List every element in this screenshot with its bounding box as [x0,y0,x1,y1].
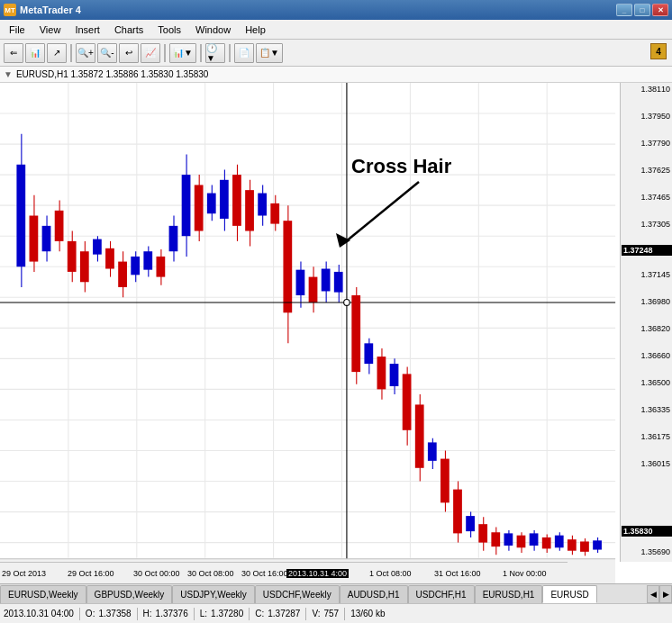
menu-tools[interactable]: Tools [150,23,188,37]
toolbar-btn-7[interactable]: 📄 [234,43,254,63]
svg-rect-61 [245,190,254,230]
tab-bar: EURUSD,Weekly GBPUSD,Weekly USDJPY,Weekl… [0,583,672,603]
tab-audusd-h1[interactable]: AUDUSD,H1 [340,585,408,603]
time-axis: 29 Oct 2013 29 Oct 16:00 30 Oct 00:00 30… [0,562,568,583]
chart-svg [0,83,672,583]
svg-rect-79 [351,295,360,372]
menu-insert[interactable]: Insert [68,23,107,37]
svg-point-118 [344,300,350,306]
tab-eurusd-active[interactable]: EURUSD [542,585,596,603]
chart-area[interactable]: 29 Oct 2013 29 Oct 16:00 30 Oct 00:00 30… [0,83,672,583]
maximize-button[interactable]: □ [634,4,650,16]
menu-window[interactable]: Window [188,23,238,37]
price-1: 1.38110 [640,85,670,94]
time-label-0: 29 Oct 2013 [2,569,46,578]
price-10: 1.36820 [640,324,670,333]
toolbar: ⇐ 📊 ↗ 🔍+ 🔍- ↩ 📈 📊▼ 🕐▼ 📄 📋▼ 4 [0,40,672,67]
price-13: 1.36335 [640,405,670,414]
svg-rect-49 [169,226,178,251]
svg-rect-113 [568,539,577,550]
price-6: 1.37305 [640,220,670,229]
svg-rect-33 [68,241,77,272]
svg-rect-67 [283,221,292,312]
tab-usdchf-weekly[interactable]: USDCHF,Weekly [255,585,340,603]
status-size: 13/60 kb [350,609,385,618]
status-low-value: 1.37280 [211,609,243,618]
toolbar-btn-8[interactable]: 📋▼ [256,43,283,63]
svg-rect-43 [131,257,140,275]
svg-rect-29 [42,226,51,251]
svg-rect-95 [453,490,462,534]
time-label-2: 30 Oct 00:00 [133,569,180,578]
tab-usdchf-h1[interactable]: USDCHF,H1 [408,585,475,603]
time-label-1: 29 Oct 16:00 [68,569,114,578]
tab-gbpusd-weekly[interactable]: GBPUSD,Weekly [86,585,173,603]
svg-rect-107 [530,533,539,546]
status-volume-label: V: [312,609,320,618]
time-label-3: 30 Oct 08:00 [187,569,234,578]
tab-eurusd-weekly[interactable]: EURUSD,Weekly [0,585,86,603]
tab-eurusd-h1[interactable]: EURUSD,H1 [475,585,543,603]
toolbar-btn-4[interactable]: ↩ [119,43,139,63]
toolbar-zoom-out[interactable]: 🔍- [97,43,117,63]
tab-scroll-left[interactable]: ◀ [647,585,659,603]
svg-rect-97 [466,516,475,531]
toolbar-btn-2[interactable]: 📊 [25,43,45,63]
status-open-value: 1.37358 [98,609,131,618]
chart-header-arrow: ▼ [4,69,13,79]
toolbar-btn-1[interactable]: ⇐ [4,43,23,63]
status-sep-2 [137,608,138,620]
close-button[interactable]: ✕ [652,4,668,16]
menu-view[interactable]: View [32,23,68,37]
svg-rect-83 [377,357,386,389]
price-14: 1.36175 [640,432,670,441]
toolbar-btn-6[interactable]: 📊▼ [169,43,196,63]
svg-rect-75 [334,272,343,293]
current-price: 1.35830 [622,526,672,537]
svg-rect-47 [156,257,165,277]
svg-rect-35 [80,251,89,282]
toolbar-sep-1 [70,44,72,62]
menu-bar: File View Insert Charts Tools Window Hel… [0,20,672,40]
status-volume-value: 757 [323,609,339,618]
svg-rect-89 [415,404,424,467]
status-sep-5 [305,608,306,620]
price-12: 1.36500 [640,378,670,387]
tab-usdjpy-weekly[interactable]: USDJPY,Weekly [172,585,255,603]
toolbar-btn-5[interactable]: 📈 [141,43,160,63]
price-9: 1.36980 [640,297,670,306]
price-5: 1.37465 [640,193,670,202]
title-bar: MT MetaTrader 4 _ □ ✕ [0,0,672,20]
title-bar-left: MT MetaTrader 4 [4,4,81,16]
toolbar-badge: 4 [650,43,667,59]
chart-header: ▼ EURUSD,H1 1.35872 1.35886 1.35830 1.35… [0,67,672,83]
svg-rect-25 [16,165,25,266]
status-sep-6 [344,608,345,620]
svg-rect-37 [93,239,102,255]
svg-rect-31 [55,211,64,241]
menu-file[interactable]: File [2,23,32,37]
menu-help[interactable]: Help [238,23,273,37]
svg-rect-69 [296,270,305,295]
svg-rect-57 [220,180,229,219]
svg-rect-87 [403,374,412,429]
status-close-label: C: [255,609,264,618]
svg-rect-101 [491,532,500,546]
svg-rect-0 [0,83,615,583]
price-4: 1.37625 [640,166,670,175]
svg-rect-117 [593,540,602,549]
title-bar-controls[interactable]: _ □ ✕ [616,4,668,16]
toolbar-btn-3[interactable]: ↗ [47,43,67,63]
price-15: 1.36015 [640,459,670,468]
svg-rect-59 [232,175,241,226]
svg-rect-73 [322,269,331,292]
svg-rect-53 [195,185,204,230]
time-label-4: 30 Oct 16:00 [241,569,288,578]
toolbar-zoom-in[interactable]: 🔍+ [76,43,95,63]
status-open-label: O: [86,609,95,618]
menu-charts[interactable]: Charts [107,23,150,37]
svg-rect-41 [118,262,127,287]
toolbar-clock[interactable]: 🕐▼ [205,43,225,63]
minimize-button[interactable]: _ [616,4,632,16]
tab-scroll-right[interactable]: ▶ [659,585,672,603]
